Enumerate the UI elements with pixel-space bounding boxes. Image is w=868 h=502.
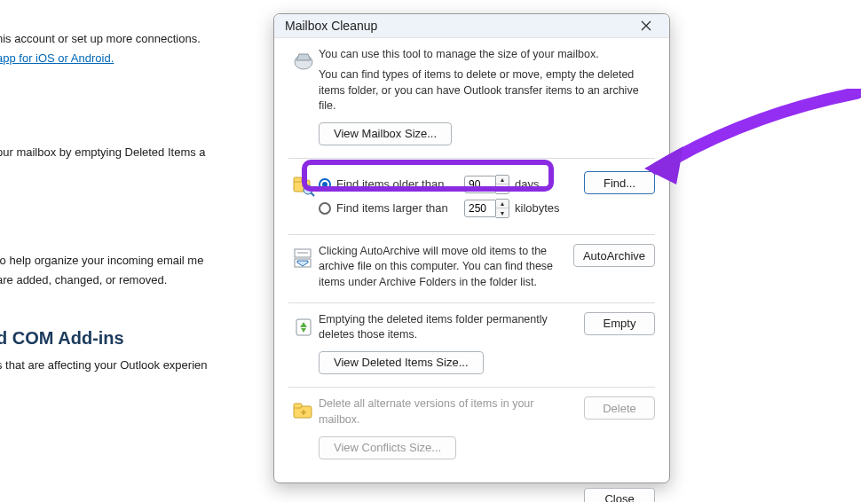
find-section: Find items older than ▲▼ days Find items… [288,159,655,235]
empty-section: Emptying the deleted items folder perman… [288,303,655,388]
find-older-label: Find items older than [336,176,461,192]
svg-rect-2 [294,177,302,182]
bg-text: to help organize your incoming email me [0,254,203,267]
find-larger-spinner[interactable]: ▲▼ [496,199,509,218]
find-larger-radio[interactable] [319,202,331,215]
archive-icon [291,246,316,271]
find-button[interactable]: Find... [584,171,655,194]
conflicts-folder-icon [291,398,316,423]
intro-section: You can use this tool to manage the size… [288,38,655,159]
empty-button[interactable]: Empty [584,312,655,335]
delete-button: Delete [584,396,655,420]
mailbox-cleanup-dialog: Mailbox Cleanup You can use this tool to… [273,13,670,483]
find-older-radio[interactable] [319,178,331,191]
bg-text: his account or set up more connections. [0,32,201,45]
svg-line-4 [311,192,314,196]
intro-line1: You can use this tool to manage the size… [319,47,651,62]
dialog-titlebar: Mailbox Cleanup [274,14,669,38]
close-button[interactable]: Close [584,488,655,502]
empty-text: Emptying the deleted items folder perman… [319,312,570,343]
recycle-bin-icon [291,314,316,339]
find-larger-value-input[interactable] [464,200,496,217]
conflicts-section: Delete all alternate versions of items i… [288,388,655,472]
autoarchive-section: Clicking AutoArchive will move old items… [288,235,655,303]
view-conflicts-size-button: View Conflicts Size... [319,436,456,459]
search-folder-icon [291,173,316,198]
intro-line2: You can find types of items to delete or… [319,67,651,114]
svg-rect-10 [294,404,302,408]
find-larger-label: Find items larger than [336,200,461,216]
view-deleted-size-button[interactable]: View Deleted Items Size... [319,351,484,374]
dialog-footer: Close [274,481,669,502]
find-older-value-input[interactable] [464,176,496,193]
find-older-spinner[interactable]: ▲▼ [496,175,509,194]
dialog-title: Mailbox Cleanup [285,19,630,33]
bg-heading-com-addins: d COM Add-ins [0,328,124,349]
cleanup-icon [291,49,316,74]
bg-text: our mailbox by emptying Deleted Items a [0,145,206,159]
conflicts-text: Delete all alternate versions of items i… [319,396,570,427]
bg-text: s that are affecting your Outlook experi… [0,358,208,372]
find-larger-unit: kilobytes [515,200,560,216]
autoarchive-text: Clicking AutoArchive will move old items… [319,244,573,290]
autoarchive-button[interactable]: AutoArchive [573,244,655,267]
find-older-unit: days [515,176,539,192]
close-icon[interactable] [630,14,662,37]
bg-text: are added, changed, or removed. [0,273,167,286]
view-mailbox-size-button[interactable]: View Mailbox Size... [319,122,452,145]
bg-link-mobile-app[interactable]: app for iOS or Android. [0,51,114,65]
